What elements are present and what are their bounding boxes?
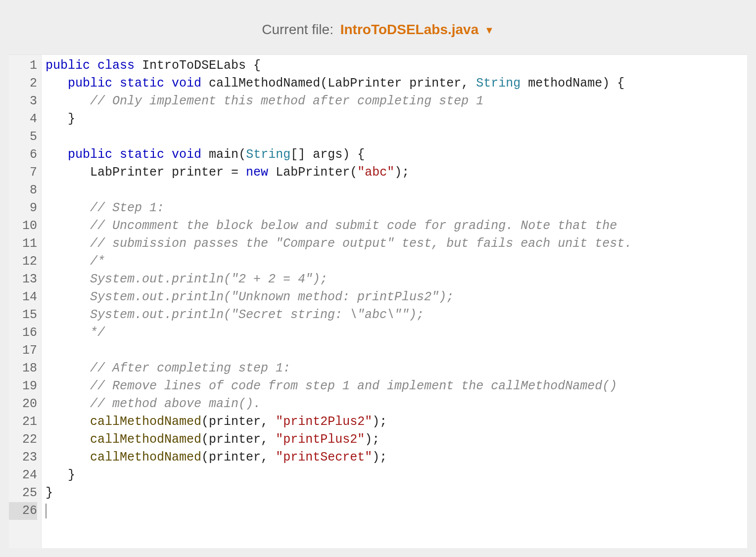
code-line[interactable]: // submission passes the "Compare output… (46, 235, 747, 253)
code-line[interactable]: */ (46, 324, 747, 342)
line-number: 20 (9, 395, 37, 413)
code-line[interactable]: public static void main(String[] args) { (46, 146, 747, 164)
line-number: 23 (9, 449, 37, 466)
code-line[interactable]: // Uncomment the block below and submit … (46, 217, 747, 235)
line-number: 18 (9, 360, 37, 377)
code-line[interactable]: System.out.println("2 + 2 = 4"); (46, 271, 747, 288)
line-number: 26 (9, 502, 37, 520)
line-number: 8 (9, 182, 37, 199)
line-number: 10 (9, 217, 37, 235)
line-number: 24 (9, 466, 37, 484)
code-line[interactable]: callMethodNamed(printer, "printPlus2"); (46, 431, 747, 449)
current-file-label: Current file: (262, 22, 333, 37)
line-number: 3 (9, 93, 37, 110)
code-line[interactable] (46, 128, 747, 146)
line-number: 14 (9, 288, 37, 306)
line-number: 5 (9, 128, 37, 146)
line-number: 15 (9, 306, 37, 324)
code-line[interactable]: public static void callMethodNamed(LabPr… (46, 75, 747, 93)
text-cursor (46, 504, 47, 518)
line-number: 6 (9, 146, 37, 164)
code-line[interactable]: // Only implement this method after comp… (46, 93, 747, 110)
line-number: 7 (9, 164, 37, 182)
code-line[interactable]: /* (46, 253, 747, 271)
file-selector[interactable]: IntroToDSELabs.java (340, 22, 479, 37)
code-line[interactable] (46, 182, 747, 199)
line-number: 25 (9, 484, 37, 502)
line-number: 21 (9, 413, 37, 431)
line-number: 17 (9, 342, 37, 360)
code-area[interactable]: public class IntroToDSELabs { public sta… (42, 55, 747, 548)
line-number: 9 (9, 199, 37, 217)
code-editor[interactable]: 1234567891011121314151617181920212223242… (9, 54, 747, 548)
code-line[interactable]: System.out.println("Unknown method: prin… (46, 288, 747, 306)
line-number: 11 (9, 235, 37, 253)
line-number: 22 (9, 431, 37, 449)
line-number: 16 (9, 324, 37, 342)
code-line[interactable]: callMethodNamed(printer, "printSecret"); (46, 449, 747, 466)
line-number: 13 (9, 271, 37, 288)
code-line[interactable]: // method above main(). (46, 395, 747, 413)
code-line[interactable]: System.out.println("Secret string: \"abc… (46, 306, 747, 324)
line-number: 19 (9, 377, 37, 395)
code-line[interactable]: public class IntroToDSELabs { (46, 57, 747, 75)
code-line[interactable]: // Step 1: (46, 199, 747, 217)
line-number: 12 (9, 253, 37, 271)
file-header: Current file: IntroToDSELabs.java ▼ (9, 7, 747, 54)
code-line[interactable]: // After completing step 1: (46, 360, 747, 377)
code-line[interactable]: } (46, 110, 747, 128)
chevron-down-icon[interactable]: ▼ (484, 25, 494, 36)
editor-container: Current file: IntroToDSELabs.java ▼ 1234… (9, 7, 747, 548)
line-number: 2 (9, 75, 37, 93)
code-line[interactable] (46, 502, 747, 520)
code-line[interactable]: LabPrinter printer = new LabPrinter("abc… (46, 164, 747, 182)
code-line[interactable]: callMethodNamed(printer, "print2Plus2"); (46, 413, 747, 431)
code-line[interactable]: } (46, 466, 747, 484)
line-number: 1 (9, 57, 37, 75)
code-line[interactable] (46, 342, 747, 360)
line-number-gutter: 1234567891011121314151617181920212223242… (9, 55, 42, 548)
line-number: 4 (9, 110, 37, 128)
code-line[interactable]: // Remove lines of code from step 1 and … (46, 377, 747, 395)
code-line[interactable]: } (46, 484, 747, 502)
